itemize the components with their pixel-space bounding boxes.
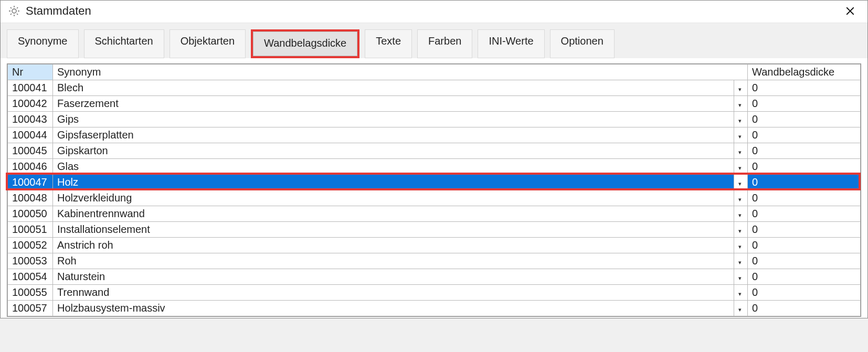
cell-nr[interactable]: 100052 bbox=[8, 238, 53, 253]
chevron-down-icon: ▾ bbox=[738, 275, 744, 281]
synonym-dropdown-button[interactable]: ▾ bbox=[734, 96, 748, 112]
synonym-dropdown-button[interactable]: ▾ bbox=[734, 238, 748, 253]
cell-thickness[interactable]: 0 bbox=[748, 80, 861, 96]
cell-thickness[interactable]: 0 bbox=[748, 112, 861, 127]
cell-synonym[interactable]: Gipsfaserplatten bbox=[53, 127, 734, 143]
chevron-down-icon: ▾ bbox=[738, 87, 744, 92]
cell-synonym[interactable]: Blech bbox=[53, 80, 734, 96]
synonym-dropdown-button[interactable]: ▾ bbox=[734, 112, 748, 127]
table-row[interactable]: 100052Anstrich roh▾0 bbox=[8, 238, 861, 253]
cell-thickness[interactable]: 0 bbox=[748, 253, 861, 269]
tab-synonyme[interactable]: Synonyme bbox=[7, 29, 79, 58]
cell-synonym[interactable]: Faserzement bbox=[53, 96, 734, 112]
cell-synonym[interactable]: Kabinentrennwand bbox=[53, 206, 734, 222]
cell-synonym[interactable]: Gips bbox=[53, 112, 734, 127]
tab-objektarten[interactable]: Objektarten bbox=[170, 29, 246, 58]
cell-nr[interactable]: 100047 bbox=[8, 175, 53, 190]
tab-highlight: Wandbelagsdicke bbox=[251, 29, 359, 58]
cell-nr[interactable]: 100043 bbox=[8, 112, 53, 127]
synonym-dropdown-button[interactable]: ▾ bbox=[734, 159, 748, 175]
cell-thickness[interactable]: 0 bbox=[748, 206, 861, 222]
synonym-dropdown-button[interactable]: ▾ bbox=[734, 269, 748, 285]
cell-nr[interactable]: 100057 bbox=[8, 301, 53, 316]
table-row[interactable]: 100041Blech▾0 bbox=[8, 80, 861, 96]
table-row[interactable]: 100046Glas▾0 bbox=[8, 159, 861, 175]
cell-nr[interactable]: 100050 bbox=[8, 206, 53, 222]
titlebar: Stammdaten bbox=[1, 1, 867, 23]
chevron-down-icon: ▾ bbox=[738, 150, 744, 155]
chevron-down-icon: ▾ bbox=[738, 244, 744, 250]
cell-nr[interactable]: 100041 bbox=[8, 80, 53, 96]
cell-nr[interactable]: 100045 bbox=[8, 143, 53, 159]
cell-nr[interactable]: 100042 bbox=[8, 96, 53, 112]
cell-synonym[interactable]: Glas bbox=[53, 159, 734, 175]
cell-nr[interactable]: 100044 bbox=[8, 127, 53, 143]
synonym-dropdown-button[interactable]: ▾ bbox=[734, 206, 748, 222]
cell-synonym[interactable]: Installationselement bbox=[53, 222, 734, 238]
tab-optionen[interactable]: Optionen bbox=[550, 29, 615, 58]
cell-synonym[interactable]: Holzbausystem-massiv bbox=[53, 301, 734, 316]
table-row[interactable]: 100045Gipskarton▾0 bbox=[8, 143, 861, 159]
synonym-dropdown-button[interactable]: ▾ bbox=[734, 285, 748, 301]
tab-wandbelagsdicke[interactable]: Wandbelagsdicke bbox=[253, 31, 357, 56]
tab-texte[interactable]: Texte bbox=[365, 29, 412, 58]
cell-synonym[interactable]: Holz bbox=[53, 175, 734, 190]
chevron-down-icon: ▾ bbox=[738, 260, 744, 265]
chevron-down-icon: ▾ bbox=[738, 228, 744, 234]
table-row[interactable]: 100042Faserzement▾0 bbox=[8, 96, 861, 112]
synonym-dropdown-button[interactable]: ▾ bbox=[734, 143, 748, 159]
tab-schichtarten[interactable]: Schichtarten bbox=[84, 29, 164, 58]
synonym-dropdown-button[interactable]: ▾ bbox=[734, 127, 748, 143]
tab-ini-werte[interactable]: INI-Werte bbox=[478, 29, 544, 58]
cell-thickness[interactable]: 0 bbox=[748, 222, 861, 238]
data-grid[interactable]: Nr Synonym Wandbelagsdicke 100041Blech▾0… bbox=[7, 64, 861, 316]
col-header-synonym[interactable]: Synonym bbox=[53, 65, 748, 80]
cell-thickness[interactable]: 0 bbox=[748, 175, 861, 190]
synonym-dropdown-button[interactable]: ▾ bbox=[734, 80, 748, 96]
cell-synonym[interactable]: Gipskarton bbox=[53, 143, 734, 159]
synonym-dropdown-button[interactable]: ▾ bbox=[734, 253, 748, 269]
chevron-down-icon: ▾ bbox=[738, 212, 744, 218]
cell-thickness[interactable]: 0 bbox=[748, 190, 861, 206]
cell-thickness[interactable]: 0 bbox=[748, 127, 861, 143]
cell-thickness[interactable]: 0 bbox=[748, 301, 861, 316]
cell-thickness[interactable]: 0 bbox=[748, 159, 861, 175]
cell-synonym[interactable]: Trennwand bbox=[53, 285, 734, 301]
synonym-dropdown-button[interactable]: ▾ bbox=[734, 175, 748, 190]
tab-farben[interactable]: Farben bbox=[417, 29, 472, 58]
cell-synonym[interactable]: Anstrich roh bbox=[53, 238, 734, 253]
cell-thickness[interactable]: 0 bbox=[748, 143, 861, 159]
cell-synonym[interactable]: Roh bbox=[53, 253, 734, 269]
table-row[interactable]: 100050Kabinentrennwand▾0 bbox=[8, 206, 861, 222]
table-row[interactable]: 100048Holzverkleidung▾0 bbox=[8, 190, 861, 206]
cell-thickness[interactable]: 0 bbox=[748, 238, 861, 253]
col-header-nr[interactable]: Nr bbox=[8, 65, 53, 80]
cell-nr[interactable]: 100055 bbox=[8, 285, 53, 301]
table-row[interactable]: 100053Roh▾0 bbox=[8, 253, 861, 269]
cell-nr[interactable]: 100046 bbox=[8, 159, 53, 175]
cell-thickness[interactable]: 0 bbox=[748, 285, 861, 301]
synonym-dropdown-button[interactable]: ▾ bbox=[734, 222, 748, 238]
cell-thickness[interactable]: 0 bbox=[748, 269, 861, 285]
close-button[interactable] bbox=[838, 3, 862, 19]
table-row[interactable]: 100054Naturstein▾0 bbox=[8, 269, 861, 285]
cell-nr[interactable]: 100051 bbox=[8, 222, 53, 238]
cell-thickness[interactable]: 0 bbox=[748, 96, 861, 112]
table-row[interactable]: 100044Gipsfaserplatten▾0 bbox=[8, 127, 861, 143]
synonym-dropdown-button[interactable]: ▾ bbox=[734, 190, 748, 206]
table-row[interactable]: 100043Gips▾0 bbox=[8, 112, 861, 127]
cell-nr[interactable]: 100053 bbox=[8, 253, 53, 269]
cell-nr[interactable]: 100048 bbox=[8, 190, 53, 206]
table-row[interactable]: 100047Holz▾0 bbox=[8, 175, 861, 190]
table-row[interactable]: 100055Trennwand▾0 bbox=[8, 285, 861, 301]
col-header-thickness[interactable]: Wandbelagsdicke bbox=[748, 65, 861, 80]
dialog-window: Stammdaten SynonymeSchichtartenObjektart… bbox=[0, 0, 868, 318]
chevron-down-icon: ▾ bbox=[738, 134, 744, 140]
synonym-dropdown-button[interactable]: ▾ bbox=[734, 301, 748, 316]
table-row[interactable]: 100051Installationselement▾0 bbox=[8, 222, 861, 238]
chevron-down-icon: ▾ bbox=[738, 165, 744, 171]
cell-nr[interactable]: 100054 bbox=[8, 269, 53, 285]
table-row[interactable]: 100057Holzbausystem-massiv▾0 bbox=[8, 301, 861, 316]
cell-synonym[interactable]: Naturstein bbox=[53, 269, 734, 285]
cell-synonym[interactable]: Holzverkleidung bbox=[53, 190, 734, 206]
